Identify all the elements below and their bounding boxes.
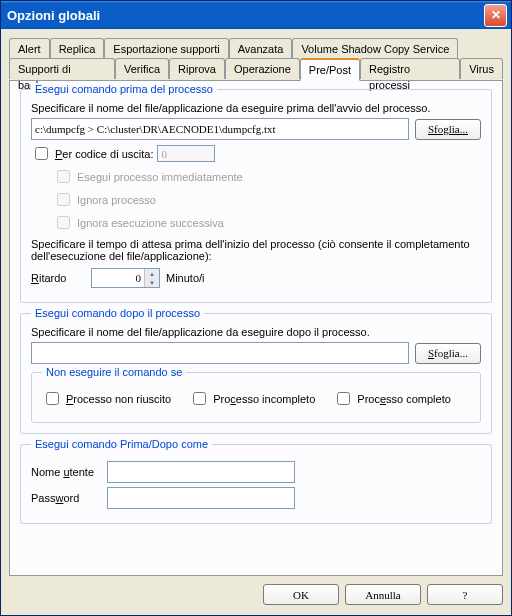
exit-code-input xyxy=(157,145,215,162)
opt-immediate-checkbox xyxy=(57,170,70,183)
group-runas-legend: Esegui comando Prima/Dopo come xyxy=(31,438,212,450)
tab-riprova[interactable]: Riprova xyxy=(169,58,225,79)
group-after: Esegui comando dopo il processo Specific… xyxy=(20,313,492,434)
close-button[interactable]: ✕ xyxy=(484,4,507,27)
group-skip: Non eseguire il comando se Processo non … xyxy=(31,372,481,423)
exit-code-checkbox[interactable] xyxy=(35,147,48,160)
username-label: Nome utente xyxy=(31,466,101,478)
before-desc: Specificare il nome del file/applicazion… xyxy=(31,102,481,114)
before-browse-button[interactable]: Sfoglia... xyxy=(415,119,481,140)
tab-verifica[interactable]: Verifica xyxy=(115,58,169,79)
group-after-legend: Esegui comando dopo il processo xyxy=(31,307,204,319)
dialog-window: Opzioni globali ✕ Alert Replica Esportaz… xyxy=(0,0,512,616)
before-path-input[interactable] xyxy=(31,118,409,140)
chevron-up-icon[interactable]: ▲ xyxy=(144,269,159,278)
chk-complete[interactable] xyxy=(337,392,350,405)
group-before: Esegui comando prima del processo Specif… xyxy=(20,89,492,303)
help-button[interactable]: ? xyxy=(427,584,503,605)
tab-row-1: Alert Replica Esportazione supporti Avan… xyxy=(9,37,503,57)
delay-spinner[interactable]: ▲▼ xyxy=(91,268,160,288)
client-area: Alert Replica Esportazione supporti Avan… xyxy=(1,29,511,615)
opt-ignore-process-checkbox xyxy=(57,193,70,206)
tab-virus[interactable]: Virus xyxy=(460,58,503,79)
after-desc: Specificare il nome del file/applicazion… xyxy=(31,326,481,338)
username-input[interactable] xyxy=(107,461,295,483)
window-title: Opzioni globali xyxy=(7,8,484,23)
tab-prepost[interactable]: Pre/Post xyxy=(300,58,360,81)
password-label: Password xyxy=(31,492,101,504)
dialog-buttons: OK Annulla ? xyxy=(9,576,503,605)
tab-replica[interactable]: Replica xyxy=(50,38,105,59)
tab-row-2: Supporti di backup Verifica Riprova Oper… xyxy=(9,57,503,80)
spinner-buttons[interactable]: ▲▼ xyxy=(144,269,159,287)
opt-immediate-label: Esegui processo immediatamente xyxy=(77,171,243,183)
tab-alert[interactable]: Alert xyxy=(9,38,50,59)
ok-button[interactable]: OK xyxy=(263,584,339,605)
group-before-legend: Esegui comando prima del processo xyxy=(31,83,217,95)
password-input[interactable] xyxy=(107,487,295,509)
opt-ignore-process-label: Ignora processo xyxy=(77,194,156,206)
delay-unit: Minuto/i xyxy=(166,272,205,284)
titlebar[interactable]: Opzioni globali ✕ xyxy=(1,1,511,29)
after-path-input[interactable] xyxy=(31,342,409,364)
chk-failed[interactable] xyxy=(46,392,59,405)
tab-strip: Alert Replica Esportazione supporti Avan… xyxy=(9,37,503,80)
delay-desc: Specificare il tempo di attesa prima del… xyxy=(31,238,481,262)
after-browse-button[interactable]: Sfoglia... xyxy=(415,343,481,364)
tab-supporti[interactable]: Supporti di backup xyxy=(9,58,115,79)
exit-code-label: Per codice di uscita: xyxy=(55,148,153,160)
chevron-down-icon[interactable]: ▼ xyxy=(144,278,159,287)
chk-failed-label: Processo non riuscito xyxy=(66,393,171,405)
group-runas: Esegui comando Prima/Dopo come Nome uten… xyxy=(20,444,492,524)
tab-panel: Esegui comando prima del processo Specif… xyxy=(9,80,503,576)
opt-ignore-next-label: Ignora esecuzione successiva xyxy=(77,217,224,229)
opt-ignore-next-checkbox xyxy=(57,216,70,229)
group-skip-legend: Non eseguire il comando se xyxy=(42,366,186,378)
delay-label: Ritardo xyxy=(31,272,85,284)
cancel-button[interactable]: Annulla xyxy=(345,584,421,605)
chk-incomplete-label: Processo incompleto xyxy=(213,393,315,405)
tab-avanzata[interactable]: Avanzata xyxy=(229,38,293,59)
delay-input[interactable] xyxy=(92,269,144,287)
tab-vss[interactable]: Volume Shadow Copy Service xyxy=(292,38,458,59)
tab-esportazione[interactable]: Esportazione supporti xyxy=(104,38,228,59)
chk-incomplete[interactable] xyxy=(193,392,206,405)
tab-registro[interactable]: Registro processi xyxy=(360,58,460,79)
tab-operazione[interactable]: Operazione xyxy=(225,58,300,79)
chk-complete-label: Processo completo xyxy=(357,393,451,405)
close-icon: ✕ xyxy=(491,8,501,22)
